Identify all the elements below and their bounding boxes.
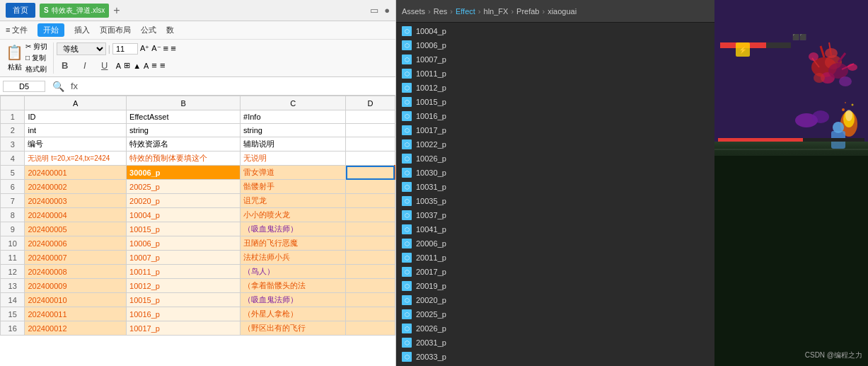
cell-d-16[interactable] (346, 321, 395, 336)
cell-d-1[interactable] (346, 110, 395, 124)
cell-c-7[interactable]: 诅咒龙 (241, 194, 346, 208)
cell-a-8[interactable]: 202400004 (25, 208, 127, 222)
cell-b-6[interactable]: 20025_p (127, 180, 241, 194)
file-tab[interactable]: S 特效表_弹道.xlsx (40, 4, 109, 18)
unity-file-item[interactable]: ⬡10006_p (396, 38, 714, 52)
unity-file-item[interactable]: ⬡20026_p (396, 321, 714, 336)
cell-d-5[interactable] (346, 166, 395, 180)
unity-file-item[interactable]: ⬡10026_p (396, 151, 714, 166)
cell-c-9[interactable]: （吸血鬼法师） (241, 222, 346, 236)
cell-c-1[interactable]: #Info (241, 110, 346, 124)
cell-b-14[interactable]: 10015_p (127, 293, 241, 307)
cell-c-8[interactable]: 小小的喷火龙 (241, 208, 346, 222)
unity-file-item[interactable]: ⬡10007_p (396, 52, 714, 67)
unity-file-item[interactable]: ⬡10041_p (396, 222, 714, 236)
cell-a-3[interactable]: 编号 (25, 137, 127, 151)
unity-file-item[interactable]: ⬡10030_p (396, 166, 714, 180)
cell-d-7[interactable] (346, 194, 395, 208)
strikethrough-button[interactable]: A (116, 62, 121, 70)
font-size-input[interactable] (112, 43, 138, 55)
border-button[interactable]: ⊞ (124, 61, 130, 70)
table-row[interactable]: 620240000220025_p骷髅射手 (1, 180, 395, 194)
cell-a-6[interactable]: 202400002 (25, 180, 127, 194)
unity-file-item[interactable]: ⬡10022_p (396, 137, 714, 151)
cell-a-7[interactable]: 202400003 (25, 194, 127, 208)
cell-c-5[interactable]: 雷女弹道 (241, 166, 346, 180)
font-color-button[interactable]: A (144, 62, 149, 70)
cell-b-12[interactable]: 10011_p (127, 265, 241, 279)
cell-c-15[interactable]: （外星人拿枪） (241, 307, 346, 321)
unity-file-item[interactable]: ⬡20020_p (396, 293, 714, 307)
cell-c-12[interactable]: （鸟人） (241, 265, 346, 279)
copy-button[interactable]: □ 复制 (25, 53, 47, 63)
tab-layout[interactable]: 页面布局 (100, 23, 131, 37)
align-justify-icon[interactable]: ≡ (160, 60, 166, 71)
font-name-select[interactable]: 等线 (57, 42, 106, 55)
cell-b-9[interactable]: 10015_p (127, 222, 241, 236)
table-row[interactable]: 3编号特效资源名辅助说明 (1, 137, 395, 151)
unity-file-item[interactable]: ⬡10004_p (396, 24, 714, 38)
font-size-up-icon[interactable]: A⁺ (140, 44, 149, 53)
table-row[interactable]: 1420240001010015_p（吸血鬼法师） (1, 293, 395, 307)
breadcrumb-effect[interactable]: Effect (456, 7, 475, 16)
cell-a-16[interactable]: 202400012 (25, 321, 127, 336)
breadcrumb-assets[interactable]: Assets (402, 7, 425, 16)
tab-data[interactable]: 数 (166, 23, 174, 37)
unity-file-item[interactable]: ⬡20017_p (396, 265, 714, 279)
cell-a-11[interactable]: 202400007 (25, 251, 127, 265)
cell-b-3[interactable]: 特效资源名 (127, 137, 241, 151)
cell-b-16[interactable]: 10017_p (127, 321, 241, 336)
unity-file-item[interactable]: ⬡10011_p (396, 67, 714, 81)
table-row[interactable]: 920240000510015_p（吸血鬼法师） (1, 222, 395, 236)
breadcrumb-xiaoguai[interactable]: xiaoguai (548, 7, 577, 16)
cell-d-9[interactable] (346, 222, 395, 236)
start-button[interactable]: 开始 (37, 23, 64, 37)
unity-file-item[interactable]: ⬡20019_p (396, 279, 714, 293)
bold-button[interactable]: B (57, 57, 74, 74)
breadcrumb-prefab[interactable]: Prefab (516, 7, 539, 16)
cell-b-15[interactable]: 10016_p (127, 307, 241, 321)
font-size-down-icon[interactable]: A⁻ (151, 44, 161, 53)
cell-b-8[interactable]: 10004_p (127, 208, 241, 222)
cell-a-5[interactable]: 202400001 (25, 166, 127, 180)
cell-d-11[interactable] (346, 251, 395, 265)
unity-file-item[interactable]: ⬡10035_p (396, 194, 714, 208)
cell-d-12[interactable] (346, 265, 395, 279)
table-row[interactable]: 1320240000910012_p（拿着骷髅头的法 (1, 279, 395, 293)
unity-file-item[interactable]: ⬡20006_p (396, 236, 714, 251)
cell-a-9[interactable]: 202400005 (25, 222, 127, 236)
table-row[interactable]: 1520240001110016_p（外星人拿枪） (1, 307, 395, 321)
unity-file-item[interactable]: ⬡10016_p (396, 109, 714, 123)
table-row[interactable]: 4无说明 t=20,x=24,tx=2424特效的预制体要填这个无说明 (1, 151, 395, 166)
cell-d-6[interactable] (346, 180, 395, 194)
cell-d-13[interactable] (346, 279, 395, 293)
cell-b-10[interactable]: 10006_p (127, 236, 241, 251)
table-row[interactable]: 520240000130006_p雷女弹道 (1, 166, 395, 180)
table-row[interactable]: 1620240001210017_p（野区出有的飞行 (1, 321, 395, 336)
cell-b-1[interactable]: EffectAsset (127, 110, 241, 124)
cell-a-14[interactable]: 202400010 (25, 293, 127, 307)
cell-b-11[interactable]: 10007_p (127, 251, 241, 265)
zoom-icon[interactable]: 🔍 (50, 78, 66, 95)
minimize-icon[interactable]: ▭ (370, 5, 378, 16)
cell-c-13[interactable]: （拿着骷髅头的法 (241, 279, 346, 293)
cell-c-11[interactable]: 法杖法师小兵 (241, 251, 346, 265)
unity-file-item[interactable]: ⬡20033_p (396, 350, 714, 364)
paste-button[interactable]: 📋 粘贴 (6, 44, 23, 72)
col-header-b[interactable]: B (127, 96, 241, 110)
unity-file-item[interactable]: ⬡10031_p (396, 180, 714, 194)
cell-c-2[interactable]: string (241, 124, 346, 137)
tab-formula[interactable]: 公式 (141, 23, 156, 37)
cell-a-13[interactable]: 202400009 (25, 279, 127, 293)
menu-file[interactable]: ≡ 文件 (6, 25, 28, 35)
table-row[interactable]: 1120240000710007_p法杖法师小兵 (1, 251, 395, 265)
cell-c-4[interactable]: 无说明 (241, 151, 346, 166)
align-center-icon[interactable]: ≡ (151, 60, 157, 71)
cell-b-5[interactable]: 30006_p (127, 166, 241, 180)
cell-a-1[interactable]: ID (25, 110, 127, 124)
col-header-d[interactable]: D (346, 96, 395, 110)
cell-c-6[interactable]: 骷髅射手 (241, 180, 346, 194)
cell-a-4[interactable]: 无说明 t=20,x=24,tx=2424 (25, 151, 127, 166)
fill-color-button[interactable]: ▲ (133, 62, 141, 70)
cell-b-2[interactable]: string (127, 124, 241, 137)
